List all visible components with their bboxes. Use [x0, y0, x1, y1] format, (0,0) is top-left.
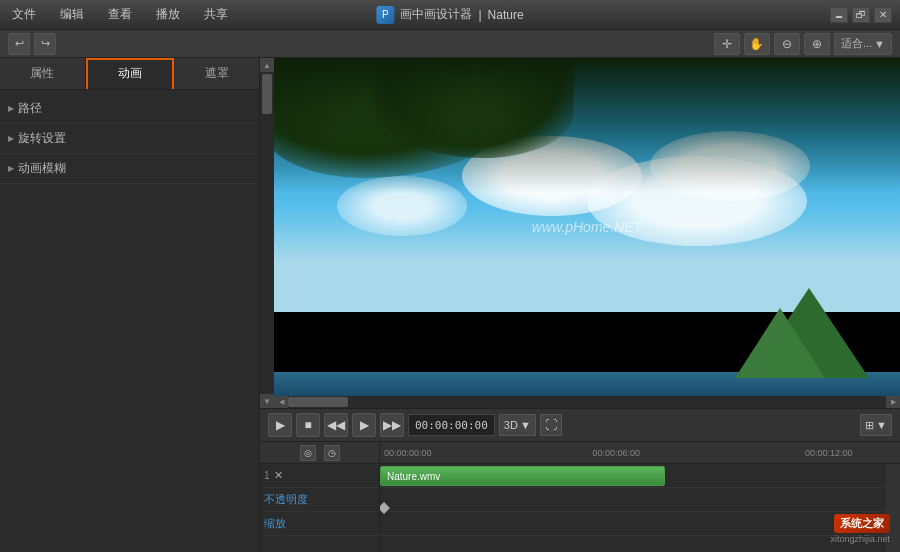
scroll-track-v[interactable] [260, 72, 274, 394]
menu-file[interactable]: 文件 [8, 4, 40, 25]
scroll-thumb-v[interactable] [262, 74, 272, 114]
mountain-2 [735, 308, 825, 378]
section-rotation-label: 旋转设置 [18, 130, 66, 147]
scroll-right-arrow[interactable]: ▶ [886, 396, 900, 408]
menu-edit[interactable]: 编辑 [56, 4, 88, 25]
timeline-header: ◎ ◷ 00:00:00:00 00:00:06:00 00:00:12:00 [260, 442, 900, 464]
track-label-video: 1 ✕ [260, 464, 379, 488]
horizontal-scrollbar[interactable]: ◀ ▶ [274, 396, 900, 408]
pointer-tool-button[interactable]: ✛ [714, 33, 740, 55]
ruler-mark-0: 00:00:00:00 [384, 448, 432, 458]
fit-label: 适合... [841, 36, 872, 51]
timeline-area: ◎ ◷ 00:00:00:00 00:00:06:00 00:00:12:00 … [260, 442, 900, 552]
app-icon: P [376, 6, 394, 24]
scroll-up-arrow[interactable]: ▲ [260, 58, 274, 72]
video-preview-area: ▲ ▼ [260, 58, 900, 408]
section-path-label: 路径 [18, 100, 42, 117]
timeline-content: 1 ✕ 不透明度 缩放 Nature.wmv [260, 464, 900, 552]
step-forward-button[interactable]: ▶ [352, 413, 376, 437]
ruler-mark-2: 00:00:12:00 [805, 448, 853, 458]
menu-share[interactable]: 共享 [200, 4, 232, 25]
app-name: 画中画设计器 [400, 6, 472, 23]
logo-area: 系统之家 xitongzhijia.net [830, 514, 890, 544]
3d-mode-button[interactable]: 3D ▼ [499, 414, 536, 436]
main-toolbar: ↩ ↪ ✛ ✋ ⊖ ⊕ 适合... ▼ [0, 30, 900, 58]
fit-button[interactable]: 适合... ▼ [834, 33, 892, 55]
section-rotation-header[interactable]: ▶ 旋转设置 [0, 124, 259, 153]
scroll-track-h[interactable] [288, 396, 886, 408]
logo-sub-text: xitongzhijia.net [830, 534, 890, 544]
window-controls: 🗕 🗗 ✕ [830, 7, 892, 23]
video-container: www.pHome.NET ◀ ▶ [274, 58, 900, 408]
timeline-clock-icon[interactable]: ◷ [324, 445, 340, 461]
main-layout: 属性 动画 遮罩 ▶ 路径 ▶ 旋转设置 ▶ 动画模糊 [0, 58, 900, 552]
section-rotation: ▶ 旋转设置 [0, 124, 259, 154]
fit-arrow-icon: ▼ [874, 38, 885, 50]
section-path-header[interactable]: ▶ 路径 [0, 94, 259, 123]
playback-bar: ▶ ■ ◀◀ ▶ ▶▶ 00:00:00:00 3D ▼ ⛶ ⊞ ▼ [260, 408, 900, 442]
vertical-scrollbar[interactable]: ▲ ▼ [260, 58, 274, 408]
timeline-tracks: Nature.wmv [380, 464, 886, 552]
title-area: P 画中画设计器 | Nature [376, 6, 523, 24]
panel-content: ▶ 路径 ▶ 旋转设置 ▶ 动画模糊 [0, 90, 259, 552]
track-row-scale [380, 512, 886, 536]
scroll-thumb-h[interactable] [288, 397, 348, 407]
undo-button[interactable]: ↩ [8, 33, 30, 55]
video-frame: www.pHome.NET [274, 58, 900, 396]
3d-label: 3D [504, 419, 518, 431]
play-button[interactable]: ▶ [268, 413, 292, 437]
toolbar-right-group: ✛ ✋ ⊖ ⊕ 适合... ▼ [714, 33, 892, 55]
layout-button[interactable]: ⊞ ▼ [860, 414, 892, 436]
track-label-scale: 缩放 [260, 512, 379, 536]
track-delete-icon: ✕ [274, 469, 283, 482]
layout-icon: ⊞ [865, 419, 874, 432]
project-name: Nature [488, 8, 524, 22]
scroll-left-arrow[interactable]: ◀ [274, 396, 288, 408]
timeline-header-left: ◎ ◷ [260, 442, 380, 463]
redo-button[interactable]: ↪ [34, 33, 56, 55]
section-path: ▶ 路径 [0, 94, 259, 124]
scale-label: 缩放 [264, 516, 286, 531]
section-keyframe-header[interactable]: ▶ 动画模糊 [0, 154, 259, 183]
titlebar: 文件 编辑 查看 播放 共享 P 画中画设计器 | Nature 🗕 🗗 ✕ [0, 0, 900, 30]
logo-box: 系统之家 [834, 514, 890, 533]
tab-mask[interactable]: 遮罩 [174, 58, 259, 89]
minimize-button[interactable]: 🗕 [830, 7, 848, 23]
close-button[interactable]: ✕ [874, 7, 892, 23]
3d-arrow-icon: ▼ [520, 419, 531, 431]
timeline-labels: 1 ✕ 不透明度 缩放 [260, 464, 380, 552]
video-clip[interactable]: Nature.wmv [380, 466, 665, 486]
fast-forward-button[interactable]: ▶▶ [380, 413, 404, 437]
section-keyframe-label: 动画模糊 [18, 160, 66, 177]
camera-icon[interactable]: ◎ [300, 445, 316, 461]
rotation-arrow-icon: ▶ [8, 134, 14, 143]
left-panel: 属性 动画 遮罩 ▶ 路径 ▶ 旋转设置 ▶ 动画模糊 [0, 58, 260, 552]
keyframe-arrow-icon: ▶ [8, 164, 14, 173]
video-nature-bg: www.pHome.NET [274, 58, 900, 396]
zoom-in-button[interactable]: ⊕ [804, 33, 830, 55]
opacity-label: 不透明度 [264, 492, 308, 507]
restore-button[interactable]: 🗗 [852, 7, 870, 23]
layout-arrow-icon: ▼ [876, 419, 887, 431]
menu-bar: 文件 编辑 查看 播放 共享 [8, 4, 232, 25]
tab-properties[interactable]: 属性 [0, 58, 86, 89]
track-row-video: Nature.wmv [380, 464, 886, 488]
toolbar-left-group: ↩ ↪ [8, 33, 56, 55]
section-keyframe: ▶ 动画模糊 [0, 154, 259, 184]
panel-tabs: 属性 动画 遮罩 [0, 58, 259, 90]
stop-button[interactable]: ■ [296, 413, 320, 437]
zoom-out-button[interactable]: ⊖ [774, 33, 800, 55]
path-arrow-icon: ▶ [8, 104, 14, 113]
scroll-down-arrow[interactable]: ▼ [260, 394, 274, 408]
time-display: 00:00:00:00 [408, 414, 495, 436]
fullscreen-button[interactable]: ⛶ [540, 414, 562, 436]
menu-play[interactable]: 播放 [152, 4, 184, 25]
hand-tool-button[interactable]: ✋ [744, 33, 770, 55]
leaves-dark-overlay [274, 58, 900, 193]
tab-animation[interactable]: 动画 [86, 58, 175, 89]
track-number: 1 [264, 470, 270, 481]
prev-frame-button[interactable]: ◀◀ [324, 413, 348, 437]
ruler-mark-1: 00:00:06:00 [593, 448, 641, 458]
menu-view[interactable]: 查看 [104, 4, 136, 25]
logo-main-text: 系统之家 [840, 516, 884, 531]
